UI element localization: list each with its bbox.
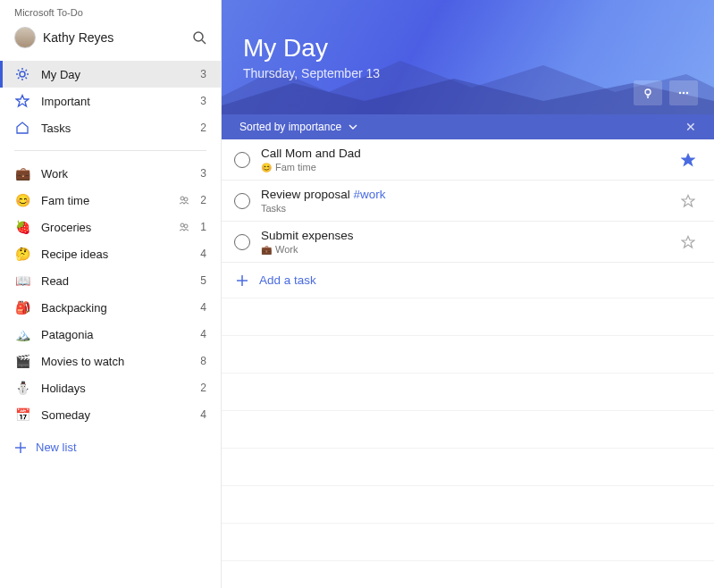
sidebar-item-someday[interactable]: 📅Someday4: [0, 401, 221, 428]
smart-lists: My Day3Important3Tasks2: [0, 57, 221, 145]
sidebar-item-important[interactable]: Important3: [0, 88, 221, 114]
sort-close-button[interactable]: ✕: [685, 120, 696, 134]
sort-button[interactable]: Sorted by importance: [239, 121, 685, 133]
home-icon: [14, 120, 30, 136]
sun-icon: [14, 66, 30, 82]
star-button[interactable]: [680, 193, 696, 209]
shared-icon: [179, 195, 189, 206]
sidebar-item-fam-time[interactable]: 😊Fam time2: [0, 187, 221, 214]
star-button[interactable]: [680, 152, 696, 168]
svg-point-20: [679, 92, 681, 94]
add-task-label: Add a task: [259, 273, 316, 287]
complete-checkbox[interactable]: [234, 234, 250, 250]
new-list-button[interactable]: New list: [0, 432, 221, 463]
svg-line-9: [18, 78, 20, 80]
new-list-label: New list: [36, 441, 77, 454]
list-emoji-icon: 💼: [261, 245, 272, 255]
svg-point-14: [184, 224, 188, 228]
svg-point-0: [194, 32, 203, 41]
sidebar-item-tasks[interactable]: Tasks2: [0, 114, 221, 141]
sidebar-item-label: Recipe ideas: [41, 248, 189, 261]
task-row[interactable]: Submit expenses💼Work: [222, 222, 714, 263]
sidebar-item-patagonia[interactable]: 🏔️Patagonia4: [0, 321, 221, 348]
sort-bar: Sorted by importance ✕: [222, 114, 714, 139]
sidebar-item-count: 4: [200, 248, 206, 260]
star-icon: [14, 93, 30, 109]
sidebar-item-recipe-ideas[interactable]: 🤔Recipe ideas4: [0, 240, 221, 267]
sidebar-item-my-day[interactable]: My Day3: [0, 61, 221, 88]
add-task-button[interactable]: Add a task: [222, 263, 714, 298]
sidebar-item-count: 2: [200, 122, 206, 134]
header-actions: [634, 80, 698, 105]
divider: [14, 150, 206, 151]
task-body[interactable]: Submit expenses💼Work: [261, 229, 669, 255]
sidebar-item-count: 3: [200, 167, 206, 180]
sidebar-item-groceries[interactable]: 🍓Groceries1: [0, 214, 221, 240]
sidebar-item-count: 1: [200, 221, 206, 233]
list-emoji-icon: 🍓: [14, 219, 30, 235]
task-body[interactable]: Call Mom and Dad😊Fam time: [261, 147, 669, 172]
sidebar-item-count: 5: [200, 274, 206, 287]
svg-point-2: [20, 71, 25, 77]
sidebar-item-backpacking[interactable]: 🎒Backpacking4: [0, 294, 221, 321]
sort-label: Sorted by importance: [239, 121, 341, 133]
task-list-name: Fam time: [275, 162, 316, 172]
page-date: Thursday, September 13: [243, 66, 693, 80]
task-list: Call Mom and Dad😊Fam timeReview proposal…: [222, 139, 714, 588]
sidebar-item-label: Movies to watch: [41, 355, 189, 368]
list-emoji-icon: ⛄: [14, 380, 30, 396]
sidebar-item-read[interactable]: 📖Read5: [0, 267, 221, 294]
sidebar-item-label: Holidays: [41, 382, 189, 395]
more-button[interactable]: [669, 80, 698, 105]
main: My Day Thursday, September 13 Sorted by …: [222, 0, 714, 588]
search-icon: [192, 30, 206, 45]
blank-lines: [222, 298, 714, 561]
task-title: Review proposal #work: [261, 188, 669, 201]
task-meta: 💼Work: [261, 244, 669, 255]
user-row[interactable]: Kathy Reyes: [0, 21, 221, 57]
sidebar-item-count: 2: [200, 382, 206, 394]
sidebar-item-work[interactable]: 💼Work3: [0, 160, 221, 187]
task-list-name: Work: [275, 244, 298, 255]
user-lists: 💼Work3😊Fam time2🍓Groceries1🤔Recipe ideas…: [0, 156, 221, 432]
svg-point-12: [184, 197, 188, 201]
sidebar-item-label: Groceries: [41, 221, 166, 234]
sidebar-item-label: Backpacking: [41, 301, 189, 315]
suggestions-button[interactable]: [634, 80, 662, 105]
task-body[interactable]: Review proposal #workTasks: [261, 188, 669, 214]
task-title: Call Mom and Dad: [261, 147, 669, 160]
user-name: Kathy Reyes: [43, 30, 185, 45]
sidebar-item-holidays[interactable]: ⛄Holidays2: [0, 374, 221, 401]
list-emoji-icon: 🤔: [14, 246, 30, 262]
list-emoji-icon: 🏔️: [14, 326, 30, 342]
sidebar-item-count: 4: [200, 328, 206, 340]
more-icon: [677, 87, 690, 99]
star-button[interactable]: [680, 234, 696, 250]
plus-icon: [236, 274, 248, 287]
sidebar-item-count: 4: [200, 301, 206, 314]
svg-point-13: [181, 223, 184, 227]
header: My Day Thursday, September 13: [222, 0, 714, 114]
chevron-down-icon: [349, 122, 357, 131]
sidebar-item-movies-to-watch[interactable]: 🎬Movies to watch8: [0, 348, 221, 374]
complete-checkbox[interactable]: [234, 193, 250, 209]
sidebar-item-label: Someday: [41, 408, 189, 422]
sidebar-item-label: My Day: [41, 68, 189, 81]
task-list-name: Tasks: [261, 203, 286, 214]
task-row[interactable]: Call Mom and Dad😊Fam time: [222, 139, 714, 181]
svg-point-21: [683, 92, 685, 94]
sidebar-item-label: Read: [41, 274, 189, 288]
search-button[interactable]: [192, 30, 206, 45]
sidebar-item-count: 3: [200, 95, 206, 107]
task-row[interactable]: Review proposal #workTasks: [222, 181, 714, 222]
task-meta: Tasks: [261, 203, 669, 214]
lightbulb-icon: [642, 87, 654, 99]
svg-line-1: [202, 40, 206, 44]
complete-checkbox[interactable]: [234, 152, 250, 168]
list-emoji-icon: 🎬: [14, 353, 30, 369]
list-emoji-icon: 📅: [14, 407, 30, 423]
list-emoji-icon: 😊: [14, 192, 30, 208]
sidebar-item-count: 8: [200, 355, 206, 367]
sidebar-item-label: Fam time: [41, 194, 166, 207]
sidebar-item-label: Tasks: [41, 122, 189, 135]
